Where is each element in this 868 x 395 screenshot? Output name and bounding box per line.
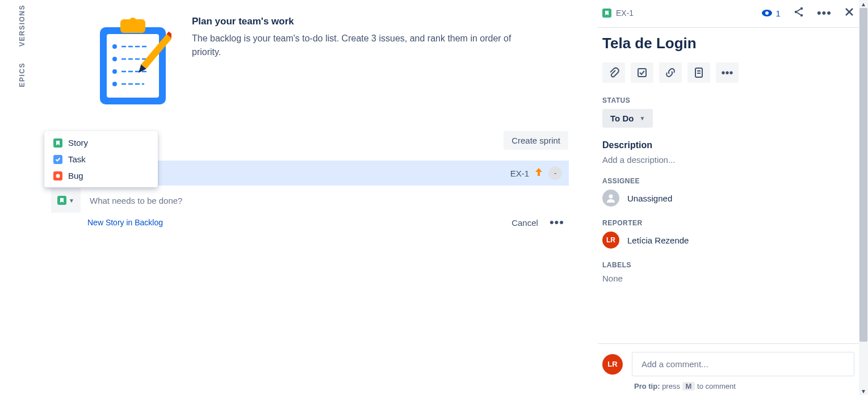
svg-point-8 (112, 69, 117, 74)
story-icon (602, 9, 611, 18)
tab-epics[interactable]: EPICS (18, 62, 26, 87)
svg-point-6 (112, 57, 117, 61)
svg-point-15 (56, 174, 60, 178)
bug-icon (53, 171, 62, 180)
reporter-field[interactable]: LR Letícia Rezende (602, 232, 854, 249)
issue-detail-panel: EX-1 1 ••• Tela de Login (598, 0, 859, 395)
assignee-field[interactable]: Unassigned (602, 190, 854, 207)
comment-input[interactable] (632, 352, 854, 376)
issue-type-label: Story (68, 138, 88, 148)
create-sprint-button[interactable]: Create sprint (504, 131, 568, 150)
svg-point-20 (800, 14, 803, 16)
unassigned-avatar[interactable]: - (548, 166, 562, 180)
empty-state-title: Plan your team's work (192, 16, 527, 27)
chevron-down-icon: ▼ (69, 198, 74, 204)
status-value: To Do (610, 114, 634, 123)
tab-versions[interactable]: VERSIONS (18, 5, 26, 47)
svg-line-22 (797, 12, 800, 15)
add-subtask-button[interactable] (631, 62, 653, 83)
commenter-avatar: LR (602, 354, 623, 375)
reporter-label: REPORTER (602, 219, 854, 227)
issue-type-label: Task (68, 154, 86, 164)
watch-button[interactable]: 1 (761, 9, 781, 18)
more-actions-button[interactable]: ••• (716, 62, 739, 83)
issue-title[interactable]: Tela de Login (602, 35, 854, 52)
svg-point-29 (609, 195, 613, 199)
assignee-value: Unassigned (627, 194, 672, 203)
reporter-value: Letícia Rezende (627, 236, 689, 245)
svg-rect-2 (120, 19, 145, 33)
scroll-thumb[interactable] (859, 8, 867, 342)
share-icon[interactable] (793, 6, 804, 20)
svg-rect-25 (638, 69, 646, 77)
task-icon (53, 155, 62, 164)
inline-create-issue: ▼ New Story in Backlog Cancel ••• (51, 188, 569, 230)
svg-point-10 (112, 82, 117, 86)
issue-type-selector[interactable]: ▼ (51, 188, 81, 213)
issue-type-option-story[interactable]: Story (44, 135, 158, 151)
priority-high-icon (535, 167, 543, 179)
issue-type-label: Bug (68, 171, 83, 180)
labels-label: LABELS (602, 261, 854, 269)
issue-type-dropdown[interactable]: Story Task Bug (44, 131, 158, 187)
close-icon[interactable] (844, 7, 854, 19)
backlog-empty-state: Plan your team's work The backlog is you… (45, 0, 579, 123)
attachment-icon (608, 67, 619, 78)
scroll-up-arrow-icon[interactable]: ▲ (859, 0, 868, 8)
description-field[interactable]: Add a description... (602, 155, 854, 165)
issue-type-option-task[interactable]: Task (44, 151, 158, 167)
more-dots-icon: ••• (721, 66, 733, 79)
story-icon (53, 138, 62, 148)
add-page-button[interactable] (687, 62, 710, 83)
attach-button[interactable] (602, 62, 625, 83)
status-label: STATUS (602, 96, 854, 104)
more-actions-icon[interactable]: ••• (817, 6, 832, 20)
issue-key: EX-1 (510, 169, 529, 178)
vertical-scrollbar[interactable]: ▲ ▼ (859, 0, 868, 395)
inline-create-helper: New Story in Backlog (87, 218, 163, 227)
story-icon (57, 196, 66, 205)
labels-field[interactable]: None (602, 274, 854, 283)
svg-line-21 (797, 9, 800, 11)
chevron-down-icon: ▼ (639, 115, 645, 121)
issue-key[interactable]: EX-1 (616, 9, 634, 18)
page-icon (694, 67, 704, 78)
watch-count: 1 (776, 9, 781, 18)
unassigned-avatar-icon (602, 190, 619, 207)
empty-state-body: The backlog is your team's to-do list. C… (192, 32, 527, 59)
clipboard-illustration (98, 16, 171, 107)
more-actions-icon[interactable]: ••• (550, 215, 564, 230)
status-dropdown[interactable]: To Do ▼ (602, 109, 653, 128)
svg-rect-1 (107, 34, 159, 98)
issue-type-option-bug[interactable]: Bug (44, 167, 158, 184)
link-button[interactable] (659, 62, 682, 83)
issue-summary-input[interactable] (87, 190, 569, 211)
eye-icon (761, 9, 773, 17)
svg-point-17 (765, 11, 769, 15)
pro-tip-text: Pro tip: press M to comment (634, 382, 854, 390)
description-label: Description (602, 140, 854, 150)
reporter-avatar: LR (602, 232, 619, 249)
scroll-down-arrow-icon[interactable]: ▼ (859, 387, 868, 395)
subtask-icon (636, 67, 648, 78)
svg-point-4 (112, 44, 117, 49)
svg-point-19 (800, 7, 803, 10)
cancel-button[interactable]: Cancel (511, 218, 538, 228)
link-icon (665, 67, 676, 78)
assignee-label: ASSIGNEE (602, 177, 854, 185)
